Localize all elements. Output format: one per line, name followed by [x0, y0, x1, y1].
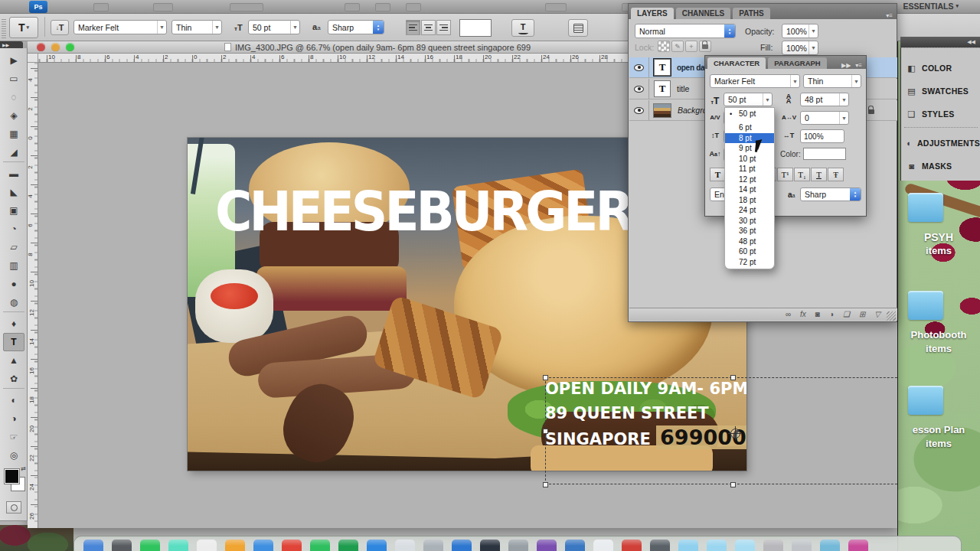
toolbar-collapse-tab[interactable]: ▶▶: [0, 41, 23, 48]
dock-app-icon[interactable]: [792, 540, 812, 551]
link-layers-icon[interactable]: ∞: [786, 311, 791, 318]
delete-layer-icon[interactable]: ▽: [874, 311, 880, 318]
size-option-12pt[interactable]: 12 pt: [725, 174, 774, 185]
horizontal-scale-input[interactable]: 100%: [800, 129, 844, 143]
dock-app-icon[interactable]: [112, 540, 132, 551]
history-brush-tool[interactable]: ◔: [3, 220, 24, 238]
swap-colors-icon[interactable]: ⇄: [21, 465, 26, 472]
dock-app-icon[interactable]: [452, 540, 472, 551]
ruler-corner[interactable]: [28, 54, 38, 63]
3d-rotate-tool[interactable]: ◐: [3, 391, 24, 409]
dock-app-icon[interactable]: [197, 540, 217, 551]
font-size-select[interactable]: 50 pt▼: [248, 20, 300, 34]
font-family-select[interactable]: Marker Felt▼: [74, 20, 167, 34]
reference-point-icon[interactable]: [730, 429, 740, 439]
adjustment-layer-icon[interactable]: ◑: [829, 311, 834, 318]
workspace-switcher[interactable]: ESSENTIALS ▾: [903, 2, 959, 11]
dock-app-icon[interactable]: [508, 540, 528, 551]
anti-alias-select[interactable]: Sharp▴▾: [328, 20, 384, 34]
tool-preset-button[interactable]: T ▾: [9, 17, 38, 38]
dock-app-icon[interactable]: [282, 540, 302, 551]
move-tool[interactable]: ▶: [3, 51, 24, 70]
char-anti-alias-select[interactable]: Sharp▴▾: [800, 187, 861, 201]
fill-input[interactable]: 100%▼: [782, 41, 818, 55]
tab-paths[interactable]: PATHS: [733, 8, 769, 19]
size-option-current[interactable]: • 50 pt: [725, 108, 774, 119]
leading-select[interactable]: 48 pt▼: [800, 93, 849, 106]
dock-app-icon[interactable]: [593, 540, 613, 551]
eraser-tool[interactable]: ▱: [3, 238, 24, 256]
lock-all-icon[interactable]: [699, 41, 711, 52]
blend-mode-select[interactable]: Normal▴▾: [635, 24, 736, 38]
text-layer-thumbnail[interactable]: T: [654, 59, 671, 76]
layer-style-icon[interactable]: fx: [800, 311, 806, 318]
toggle-panels-button[interactable]: [568, 19, 588, 37]
desktop-folder-icon[interactable]: [908, 291, 943, 320]
vertical-ruler[interactable]: 4202468101214161820222426: [28, 63, 38, 528]
lasso-tool[interactable]: ◌: [3, 88, 24, 106]
faux-bold-button[interactable]: T: [710, 168, 726, 181]
size-option-10pt[interactable]: 10 pt: [725, 154, 774, 165]
path-selection-tool[interactable]: ▲: [3, 351, 24, 370]
dock-item-adjustments[interactable]: ◐ADJUSTMENTS: [901, 135, 980, 152]
zoom-tool[interactable]: ◎: [3, 446, 24, 465]
selection-handle[interactable]: [543, 429, 548, 434]
tab-character[interactable]: CHARACTER: [707, 57, 766, 69]
selection-handle[interactable]: [543, 482, 548, 487]
clone-stamp-tool[interactable]: ▣: [3, 201, 24, 220]
dock-app-icon[interactable]: [820, 540, 840, 551]
selection-handle[interactable]: [543, 375, 548, 380]
lock-position-icon[interactable]: +: [685, 41, 697, 52]
dock-app-icon[interactable]: [168, 540, 188, 551]
text-layer-thumbnail[interactable]: T: [654, 80, 671, 97]
dock-app-icon[interactable]: [565, 540, 585, 551]
size-option-9pt[interactable]: 9 pt: [725, 143, 774, 154]
dock-app-icon[interactable]: [395, 540, 415, 551]
new-layer-icon[interactable]: ⊞: [859, 311, 865, 318]
text-orientation-button[interactable]: ↓T: [51, 20, 69, 35]
dock-app-icon[interactable]: [83, 540, 103, 551]
text-color-swatch[interactable]: [803, 148, 846, 160]
tab-paragraph[interactable]: PARAGRAPH: [768, 57, 827, 69]
lock-pixels-icon[interactable]: ✎: [671, 41, 684, 52]
dock-app-icon[interactable]: [480, 540, 500, 551]
tracking-select[interactable]: 0▼: [800, 111, 849, 125]
image-layer-thumbnail[interactable]: [653, 103, 671, 118]
subscript-button[interactable]: T₁: [794, 168, 810, 181]
dock-app-icon[interactable]: [678, 540, 698, 551]
transform-selection-box[interactable]: [545, 377, 897, 484]
foreground-color-swatch[interactable]: [5, 469, 19, 484]
dock-app-icon[interactable]: [367, 540, 387, 551]
dock-item-swatches[interactable]: ▤SWATCHES: [901, 83, 980, 99]
photoshop-logo[interactable]: Ps: [29, 1, 47, 13]
font-size-dropdown[interactable]: • 50 pt 6 pt8 pt9 pt10 pt11 pt12 pt14 pt…: [724, 107, 775, 269]
crop-tool[interactable]: ▦: [3, 125, 24, 143]
type-tool[interactable]: T: [3, 333, 24, 351]
underline-button[interactable]: T: [811, 168, 827, 181]
dock-item-color[interactable]: ◧COLOR: [901, 60, 980, 77]
blur-tool[interactable]: ●: [3, 275, 24, 293]
options-bar-grip[interactable]: [2, 18, 6, 38]
tab-layers[interactable]: LAYERS: [631, 8, 674, 19]
dock-app-icon[interactable]: [253, 540, 273, 551]
font-style-select[interactable]: Thin▼: [172, 20, 222, 34]
layer-mask-icon[interactable]: ◙: [815, 311, 820, 318]
char-font-style-select[interactable]: Thin▼: [803, 74, 861, 88]
warp-text-button[interactable]: T: [511, 19, 534, 37]
strikethrough-button[interactable]: Ŧ: [828, 168, 844, 181]
dock-app-icon[interactable]: [423, 540, 443, 551]
align-center-button[interactable]: [421, 20, 436, 35]
zoom-window-button[interactable]: [66, 43, 74, 51]
tab-channels[interactable]: CHANNELS: [676, 8, 731, 19]
desktop-folder-icon[interactable]: [908, 386, 943, 415]
superscript-button[interactable]: T¹: [777, 168, 793, 181]
gradient-tool[interactable]: ▥: [3, 256, 24, 275]
dock-app-icon[interactable]: [140, 540, 160, 551]
dock-app-icon[interactable]: [707, 540, 727, 551]
pen-tool[interactable]: ♦: [3, 315, 24, 333]
hand-tool-icon[interactable]: [345, 3, 360, 11]
size-option-60pt[interactable]: 60 pt: [725, 246, 774, 257]
zoom-tool-icon[interactable]: [375, 3, 390, 11]
expand-panel-icon[interactable]: ▶▶: [841, 62, 851, 69]
dock-app-icon[interactable]: [650, 540, 670, 551]
